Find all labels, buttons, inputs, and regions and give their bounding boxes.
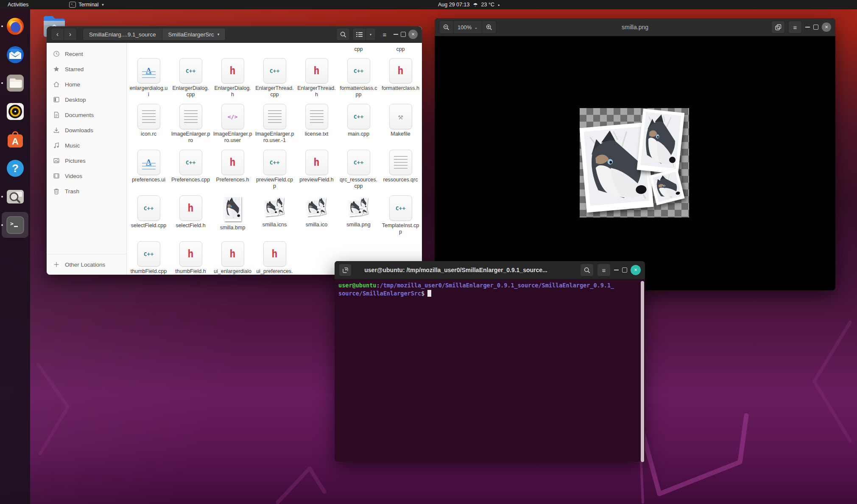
recent-icon	[53, 50, 60, 58]
file-item[interactable]: license.txt	[296, 104, 338, 150]
file-item[interactable]: hpreviewField.h	[296, 150, 338, 195]
viewer-maximize-button[interactable]	[813, 25, 818, 30]
new-tab-button[interactable]	[339, 264, 352, 276]
back-button[interactable]: ‹	[51, 28, 64, 41]
file-item[interactable]: ressources.qrc	[380, 150, 422, 195]
file-item[interactable]: C++EnlargerThread.cpp	[254, 58, 296, 104]
view-options-caret[interactable]: ▾	[366, 28, 376, 41]
search-button[interactable]	[336, 28, 350, 41]
sidebar-item-home[interactable]: Home	[47, 77, 126, 92]
gallery-button[interactable]	[771, 21, 785, 33]
dock-item-screenshot[interactable]	[5, 187, 25, 206]
files-titlebar[interactable]: ‹ › SmillaEnlarg....9.1_sourceSmillaEnla…	[47, 26, 422, 43]
weather-icon: ☂	[473, 2, 477, 8]
forward-button[interactable]: ›	[64, 28, 77, 41]
zoom-in-button[interactable]	[482, 20, 497, 34]
file-item[interactable]: hthumbField.h	[170, 241, 212, 275]
files-maximize-button[interactable]	[401, 32, 406, 37]
top-bar: Activities >_ Terminal ▼ Aug 29 07:13 ☂ …	[0, 0, 857, 9]
file-item[interactable]: hEnlargerThread.h	[296, 58, 338, 104]
viewer-close-button[interactable]: ×	[822, 22, 831, 32]
file-item[interactable]: hselectField.h	[170, 195, 212, 241]
terminal-menu-button[interactable]: ≡	[597, 264, 611, 276]
sidebar-item-trash[interactable]: Trash	[47, 184, 126, 199]
viewer-menu-button[interactable]: ≡	[788, 21, 802, 33]
file-name-partial[interactable]: cpp	[396, 46, 405, 52]
file-item[interactable]: C++EnlargerDialog.cpp	[170, 58, 212, 104]
sidebar-item-downloads[interactable]: Downloads	[47, 123, 126, 138]
terminal-search-button[interactable]	[580, 264, 594, 276]
dock-item-help[interactable]: ?	[5, 158, 25, 178]
dock-item-rhythmbox[interactable]	[5, 101, 25, 121]
list-view-button[interactable]	[352, 28, 366, 41]
file-item[interactable]: C++qrc_ressources.cpp	[338, 150, 380, 195]
zoom-level-dropdown[interactable]: 100% ⌄	[454, 20, 482, 34]
files-close-button[interactable]: ×	[408, 30, 418, 39]
clock-weather[interactable]: Aug 29 07:13 ☂ 23 °C ●	[438, 0, 500, 9]
file-item[interactable]: smilla.bmp	[212, 195, 254, 241]
terminal-maximize-button[interactable]	[622, 267, 627, 273]
file-item[interactable]: hui_enlargerdialog.h	[212, 241, 254, 275]
terminal-titlebar[interactable]: user@ubuntu: /tmp/mozilla_user0/SmillaEn…	[335, 261, 645, 279]
terminal-content[interactable]: user@ubuntu:/tmp/mozilla_user0/SmillaEnl…	[335, 279, 645, 464]
sidebar-item-music[interactable]: Music	[47, 138, 126, 153]
dock-item-files[interactable]	[5, 73, 25, 93]
terminal-scrollbar[interactable]	[641, 281, 644, 462]
path-segment-1[interactable]: SmillaEnlarg....9.1_source	[83, 28, 162, 41]
file-item[interactable]: smilla.ico	[296, 195, 338, 241]
file-item[interactable]: Apreferences.ui	[128, 150, 170, 195]
terminal-minimize-button[interactable]	[614, 270, 619, 270]
file-item[interactable]: icon.rc	[128, 104, 170, 150]
files-menu-button[interactable]: ≡	[378, 28, 391, 40]
dock-item-thunderbird[interactable]	[5, 45, 25, 64]
prompt-line-1: user@ubuntu:/tmp/mozilla_user0/SmillaEnl…	[338, 281, 638, 290]
viewer-minimize-button[interactable]	[805, 27, 810, 28]
file-item[interactable]: C++previewField.cpp	[254, 150, 296, 195]
file-item[interactable]: Aenlargerdialog.ui	[128, 58, 170, 104]
h-file-icon: h	[221, 241, 244, 267]
files-minimize-button[interactable]	[394, 34, 398, 35]
file-item[interactable]: </>ImageEnlarger.pro.user	[212, 104, 254, 150]
app-menu-terminal[interactable]: >_ Terminal ▼	[66, 0, 108, 9]
file-item[interactable]: C++thumbField.cpp	[128, 241, 170, 275]
file-item[interactable]: ImageEnlarger.pro.user.-1	[254, 104, 296, 150]
file-item[interactable]: smilla.png	[338, 195, 380, 241]
sidebar-item-starred[interactable]: Starred	[47, 61, 126, 77]
file-name: main.cpp	[348, 131, 369, 137]
activities-button[interactable]: Activities	[0, 0, 36, 9]
sidebar-item-recent[interactable]: Recent	[47, 46, 126, 61]
firefox-icon	[6, 17, 25, 36]
file-item[interactable]: smilla.icns	[254, 195, 296, 241]
sidebar-item-documents[interactable]: Documents	[47, 107, 126, 123]
file-item[interactable]: hformatterclass.h	[380, 58, 422, 104]
sidebar-item-pictures[interactable]: Pictures	[47, 153, 126, 168]
file-item[interactable]: C++TemplateInst.cpp	[380, 195, 422, 241]
file-item[interactable]: C++formatterclass.cpp	[338, 58, 380, 104]
file-item[interactable]: hEnlargerDialog.h	[212, 58, 254, 104]
file-name: TemplateInst.cpp	[381, 223, 420, 235]
dock-item-terminal[interactable]: >	[5, 215, 25, 235]
terminal-close-button[interactable]: ×	[631, 265, 641, 275]
dock-item-ubuntu-software[interactable]: A	[5, 130, 25, 150]
husky-collage	[264, 197, 285, 217]
polaroid-photo	[361, 208, 368, 215]
zoom-out-button[interactable]	[439, 20, 454, 34]
sidebar-item-other-locations[interactable]: Other Locations	[47, 257, 126, 272]
path-segment-2[interactable]: SmillaEnlargerSrc▾	[162, 28, 226, 41]
sidebar-item-desktop[interactable]: Desktop	[47, 92, 126, 107]
viewer-titlebar[interactable]: 100% ⌄ smilla.png ≡	[435, 18, 835, 36]
file-item[interactable]: C++main.cpp	[338, 104, 380, 150]
file-item[interactable]: hPreferences.h	[212, 150, 254, 195]
file-item[interactable]: ImageEnlarger.pro	[170, 104, 212, 150]
file-item[interactable]: hui_preferences.h	[254, 241, 296, 275]
running-indicator-dot	[1, 196, 3, 198]
hamburger-icon: ≡	[793, 24, 797, 31]
sidebar-item-videos[interactable]: Videos	[47, 168, 126, 184]
dock-item-firefox[interactable]	[5, 16, 25, 36]
file-item[interactable]: ⚒Makefile	[380, 104, 422, 150]
file-item[interactable]: C++selectField.cpp	[128, 195, 170, 241]
file-item[interactable]: C++Preferences.cpp	[170, 150, 212, 195]
viewer-canvas[interactable]	[435, 36, 835, 290]
path-segment-label: SmillaEnlargerSrc	[168, 31, 214, 38]
file-name-partial[interactable]: cpp	[354, 46, 363, 52]
